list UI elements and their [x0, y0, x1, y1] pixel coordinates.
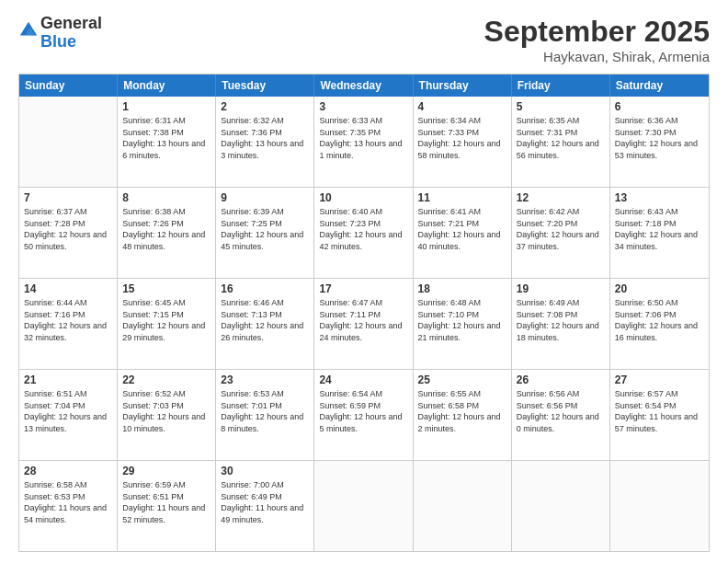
day-number: 5 [517, 99, 605, 114]
calendar-header: SundayMondayTuesdayWednesdayThursdayFrid… [19, 75, 709, 97]
calendar-cell: 16Sunrise: 6:46 AMSunset: 7:13 PMDayligh… [216, 279, 314, 369]
day-info: Sunrise: 6:31 AMSunset: 7:38 PMDaylight:… [122, 115, 210, 161]
logo-blue-text: Blue [40, 32, 76, 51]
day-number: 9 [221, 190, 309, 205]
calendar-cell: 6Sunrise: 6:36 AMSunset: 7:30 PMDaylight… [610, 97, 709, 187]
cal-header-cell: Wednesday [314, 75, 413, 97]
logo-text: General Blue [40, 15, 102, 52]
day-number: 24 [319, 373, 407, 387]
header: General Blue September 2025 Haykavan, Sh… [18, 15, 710, 64]
calendar-cell: 22Sunrise: 6:52 AMSunset: 7:03 PMDayligh… [118, 370, 216, 460]
day-info: Sunrise: 6:53 AMSunset: 7:01 PMDaylight:… [221, 388, 309, 434]
calendar-cell [512, 461, 610, 551]
day-number: 27 [615, 373, 704, 387]
calendar-row: 14Sunrise: 6:44 AMSunset: 7:16 PMDayligh… [19, 279, 709, 370]
day-info: Sunrise: 6:59 AMSunset: 6:51 PMDaylight:… [122, 479, 210, 525]
logo-general-text: General [40, 14, 102, 32]
day-number: 20 [615, 282, 704, 296]
calendar-cell: 11Sunrise: 6:41 AMSunset: 7:21 PMDayligh… [414, 188, 512, 278]
day-number: 16 [221, 282, 309, 296]
cal-header-cell: Thursday [414, 75, 512, 97]
day-info: Sunrise: 6:58 AMSunset: 6:53 PMDaylight:… [24, 479, 112, 525]
day-info: Sunrise: 6:36 AMSunset: 7:30 PMDaylight:… [615, 115, 704, 161]
calendar-cell: 1Sunrise: 6:31 AMSunset: 7:38 PMDaylight… [118, 97, 216, 187]
calendar-cell: 24Sunrise: 6:54 AMSunset: 6:59 PMDayligh… [314, 370, 413, 460]
day-info: Sunrise: 6:54 AMSunset: 6:59 PMDaylight:… [319, 388, 407, 434]
day-info: Sunrise: 6:41 AMSunset: 7:21 PMDaylight:… [418, 206, 506, 252]
day-info: Sunrise: 6:33 AMSunset: 7:35 PMDaylight:… [319, 115, 407, 161]
calendar-cell: 7Sunrise: 6:37 AMSunset: 7:28 PMDaylight… [19, 188, 118, 278]
cal-header-cell: Tuesday [216, 75, 314, 97]
day-info: Sunrise: 6:47 AMSunset: 7:11 PMDaylight:… [319, 297, 407, 343]
calendar-cell: 4Sunrise: 6:34 AMSunset: 7:33 PMDaylight… [414, 97, 512, 187]
day-info: Sunrise: 6:55 AMSunset: 6:58 PMDaylight:… [418, 388, 506, 434]
day-number: 29 [122, 464, 210, 478]
calendar-row: 1Sunrise: 6:31 AMSunset: 7:38 PMDaylight… [19, 97, 709, 188]
calendar-cell: 2Sunrise: 6:32 AMSunset: 7:36 PMDaylight… [216, 97, 314, 187]
calendar-cell: 23Sunrise: 6:53 AMSunset: 7:01 PMDayligh… [216, 370, 314, 460]
calendar-cell: 29Sunrise: 6:59 AMSunset: 6:51 PMDayligh… [118, 461, 216, 551]
day-number: 2 [221, 99, 309, 114]
calendar-cell: 8Sunrise: 6:38 AMSunset: 7:26 PMDaylight… [118, 188, 216, 278]
calendar-cell: 27Sunrise: 6:57 AMSunset: 6:54 PMDayligh… [610, 370, 709, 460]
day-info: Sunrise: 6:57 AMSunset: 6:54 PMDaylight:… [615, 388, 704, 434]
calendar-cell: 30Sunrise: 7:00 AMSunset: 6:49 PMDayligh… [216, 461, 314, 551]
day-info: Sunrise: 6:37 AMSunset: 7:28 PMDaylight:… [24, 206, 112, 252]
day-info: Sunrise: 6:56 AMSunset: 6:56 PMDaylight:… [517, 388, 605, 434]
day-info: Sunrise: 6:45 AMSunset: 7:15 PMDaylight:… [122, 297, 210, 343]
calendar-cell: 3Sunrise: 6:33 AMSunset: 7:35 PMDaylight… [314, 97, 413, 187]
day-number: 23 [221, 373, 309, 387]
cal-header-cell: Sunday [19, 75, 118, 97]
day-number: 30 [221, 464, 309, 478]
day-number: 26 [517, 373, 605, 387]
cal-header-cell: Friday [512, 75, 610, 97]
day-number: 12 [517, 190, 605, 205]
page: General Blue September 2025 Haykavan, Sh… [0, 0, 728, 563]
day-info: Sunrise: 6:40 AMSunset: 7:23 PMDaylight:… [319, 206, 407, 252]
calendar-cell: 15Sunrise: 6:45 AMSunset: 7:15 PMDayligh… [118, 279, 216, 369]
calendar-cell: 19Sunrise: 6:49 AMSunset: 7:08 PMDayligh… [512, 279, 610, 369]
calendar-row: 21Sunrise: 6:51 AMSunset: 7:04 PMDayligh… [19, 370, 709, 461]
calendar-cell: 17Sunrise: 6:47 AMSunset: 7:11 PMDayligh… [314, 279, 413, 369]
day-info: Sunrise: 6:42 AMSunset: 7:20 PMDaylight:… [517, 206, 605, 252]
calendar-cell: 5Sunrise: 6:35 AMSunset: 7:31 PMDaylight… [512, 97, 610, 187]
day-number: 1 [122, 99, 210, 114]
calendar: SundayMondayTuesdayWednesdayThursdayFrid… [18, 74, 710, 552]
day-info: Sunrise: 6:43 AMSunset: 7:18 PMDaylight:… [615, 206, 704, 252]
day-info: Sunrise: 6:34 AMSunset: 7:33 PMDaylight:… [418, 115, 506, 161]
day-info: Sunrise: 6:51 AMSunset: 7:04 PMDaylight:… [24, 388, 112, 434]
title-block: September 2025 Haykavan, Shirak, Armenia [484, 15, 710, 64]
day-number: 6 [615, 99, 704, 114]
calendar-cell [610, 461, 709, 551]
calendar-body: 1Sunrise: 6:31 AMSunset: 7:38 PMDaylight… [19, 97, 709, 551]
day-info: Sunrise: 6:38 AMSunset: 7:26 PMDaylight:… [122, 206, 210, 252]
day-number: 14 [24, 282, 112, 296]
day-number: 10 [319, 190, 407, 205]
day-number: 8 [122, 190, 210, 205]
calendar-cell: 13Sunrise: 6:43 AMSunset: 7:18 PMDayligh… [610, 188, 709, 278]
day-info: Sunrise: 6:35 AMSunset: 7:31 PMDaylight:… [517, 115, 605, 161]
calendar-cell [314, 461, 413, 551]
day-info: Sunrise: 6:32 AMSunset: 7:36 PMDaylight:… [221, 115, 309, 161]
day-number: 4 [418, 99, 506, 114]
logo: General Blue [18, 15, 102, 52]
day-number: 3 [319, 99, 407, 114]
calendar-cell [414, 461, 512, 551]
day-number: 19 [517, 282, 605, 296]
day-info: Sunrise: 6:39 AMSunset: 7:25 PMDaylight:… [221, 206, 309, 252]
day-info: Sunrise: 6:48 AMSunset: 7:10 PMDaylight:… [418, 297, 506, 343]
day-info: Sunrise: 7:00 AMSunset: 6:49 PMDaylight:… [221, 479, 309, 525]
calendar-cell: 21Sunrise: 6:51 AMSunset: 7:04 PMDayligh… [19, 370, 118, 460]
day-number: 13 [615, 190, 704, 205]
day-number: 22 [122, 373, 210, 387]
day-info: Sunrise: 6:46 AMSunset: 7:13 PMDaylight:… [221, 297, 309, 343]
calendar-cell: 20Sunrise: 6:50 AMSunset: 7:06 PMDayligh… [610, 279, 709, 369]
calendar-cell: 26Sunrise: 6:56 AMSunset: 6:56 PMDayligh… [512, 370, 610, 460]
calendar-row: 28Sunrise: 6:58 AMSunset: 6:53 PMDayligh… [19, 461, 709, 551]
calendar-row: 7Sunrise: 6:37 AMSunset: 7:28 PMDaylight… [19, 188, 709, 279]
calendar-cell: 9Sunrise: 6:39 AMSunset: 7:25 PMDaylight… [216, 188, 314, 278]
day-number: 7 [24, 190, 112, 205]
calendar-cell: 25Sunrise: 6:55 AMSunset: 6:58 PMDayligh… [414, 370, 512, 460]
calendar-cell: 10Sunrise: 6:40 AMSunset: 7:23 PMDayligh… [314, 188, 413, 278]
cal-header-cell: Monday [118, 75, 216, 97]
